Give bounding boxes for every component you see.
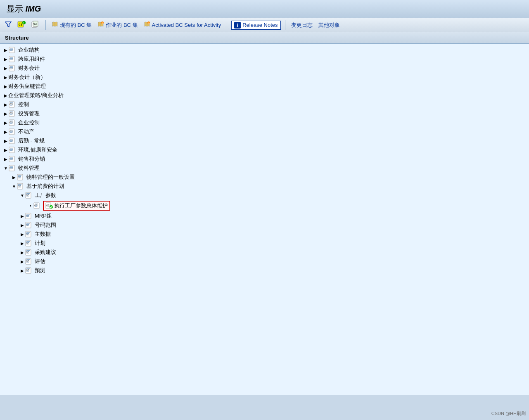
tree-dot: • xyxy=(28,203,33,209)
tree-item-15[interactable]: ▶ 63 物料管理的一般设置 xyxy=(0,173,529,182)
tree-arrow[interactable]: ▶ xyxy=(3,93,8,98)
svg-rect-45 xyxy=(10,131,13,132)
tree-arrow[interactable]: ▶ xyxy=(3,47,8,53)
tree-item-5[interactable]: ▶财务供应链管理 xyxy=(0,82,529,91)
add-bc-btn[interactable]: 63 + xyxy=(16,20,27,30)
tree-arrow[interactable]: ▶ xyxy=(3,120,8,126)
svg-rect-60 xyxy=(10,158,13,159)
svg-rect-76 xyxy=(18,187,21,187)
svg-rect-114 xyxy=(26,253,29,254)
release-notes-button[interactable]: i Release Notes xyxy=(231,21,280,30)
svg-rect-44 xyxy=(10,130,13,131)
copy-bc-btn[interactable]: 63 xyxy=(30,20,41,30)
tree-item-13[interactable]: ▶ 63 销售和分销 xyxy=(0,154,529,164)
tree-item-4[interactable]: ▶财务会计（新） xyxy=(0,73,529,82)
tree-arrow[interactable]: ▶ xyxy=(3,56,8,62)
svg-rect-84 xyxy=(35,204,38,204)
title-bar: 显示 IMG xyxy=(0,0,529,18)
bc-activated-button[interactable]: ⚙ Activated BC Sets for Activity xyxy=(142,21,223,29)
tree-item-17[interactable]: ▼ 63 工厂参数 xyxy=(0,191,529,200)
tree-item-25[interactable]: ▶ 63 预测 xyxy=(0,266,529,275)
item-label: 基于消费的计划 xyxy=(26,183,64,190)
tree-arrow[interactable]: ▶ xyxy=(3,111,8,116)
tree-arrow[interactable]: ▶ xyxy=(20,249,25,255)
bc-activated-label: Activated BC Sets for Activity xyxy=(152,22,221,28)
tree-arrow[interactable]: ▶ xyxy=(20,268,25,273)
tree-arrow[interactable]: ▶ xyxy=(20,259,25,264)
tree-item-23[interactable]: ▶ 63 采购建议 xyxy=(0,248,529,257)
tree-item-6[interactable]: ▶企业管理策略/商业分析 xyxy=(0,91,529,100)
add-bc-icon: 63 + xyxy=(17,21,26,29)
bc-working-icon: ⚙ xyxy=(97,21,104,28)
tree-item-14[interactable]: ▼ 63 物料管理 xyxy=(0,164,529,173)
tree-arrow[interactable]: ▶ xyxy=(3,138,8,144)
tree-item-10[interactable]: ▶ 63 不动产 xyxy=(0,127,529,136)
watermark: CSDN @HH刷刷 xyxy=(491,411,526,417)
svg-text:+: + xyxy=(23,21,25,25)
doc-icon: 63 xyxy=(25,230,33,238)
tree-arrow[interactable]: ▶ xyxy=(3,147,8,153)
other-objects-button[interactable]: 其他对象 xyxy=(317,21,342,30)
highlighted-label[interactable]: 63 执行工厂参数总体维护 xyxy=(43,201,110,211)
doc-icon: 63 xyxy=(8,119,17,126)
svg-rect-103 xyxy=(26,233,29,234)
svg-rect-19 xyxy=(10,57,13,58)
item-label: 财务供应链管理 xyxy=(8,83,46,90)
svg-rect-46 xyxy=(10,132,12,133)
tree-item-2[interactable]: ▶ 63 跨应用组件 xyxy=(0,55,529,64)
svg-rect-98 xyxy=(26,224,29,225)
filter-icon xyxy=(5,21,12,29)
svg-rect-94 xyxy=(26,216,29,217)
tree-item-1[interactable]: ▶ 63 企业结构 xyxy=(0,45,529,55)
tree-item-7[interactable]: ▶ 63 控制 xyxy=(0,100,529,109)
svg-rect-70 xyxy=(18,176,21,177)
item-label: 号码范围 xyxy=(35,221,56,229)
svg-rect-64 xyxy=(10,166,13,167)
svg-rect-80 xyxy=(26,195,29,195)
doc-icon: 63 xyxy=(8,55,17,63)
change-log-button[interactable]: 变更日志 xyxy=(289,21,314,30)
tree-arrow[interactable]: ▶ xyxy=(3,74,8,80)
bc-existing-button[interactable]: 现有的 BC 集 xyxy=(50,21,93,30)
svg-rect-21 xyxy=(10,59,12,60)
tree-arrow[interactable]: ▼ xyxy=(20,192,25,198)
tree-arrow[interactable]: ▶ xyxy=(3,83,8,89)
svg-rect-112 xyxy=(26,250,30,251)
svg-rect-29 xyxy=(10,102,13,103)
filter-btn[interactable] xyxy=(3,20,13,30)
item-label: 工厂参数 xyxy=(35,192,56,199)
tree-arrow[interactable]: ▶ xyxy=(20,222,25,228)
tree-item-19[interactable]: ▶ 63 MRP组 xyxy=(0,211,529,221)
svg-rect-15 xyxy=(10,49,13,50)
svg-rect-123 xyxy=(26,270,29,271)
tree-arrow[interactable]: ▶ xyxy=(20,213,25,219)
tree-item-18[interactable]: • 63 63 执行工厂参数总体维护 xyxy=(0,200,529,211)
bc-working-button[interactable]: ⚙ 作业的 BC 集 xyxy=(96,21,139,30)
svg-rect-122 xyxy=(26,268,30,269)
svg-rect-119 xyxy=(26,262,29,263)
tree-arrow[interactable]: ▶ xyxy=(3,129,8,135)
tree-item-20[interactable]: ▶ 63 号码范围 xyxy=(0,221,529,230)
tree-arrow[interactable]: ▼ xyxy=(3,165,8,171)
tree-item-8[interactable]: ▶ 63 投资管理 xyxy=(0,109,529,118)
tree-arrow[interactable]: ▶ xyxy=(12,174,17,180)
tree-item-16[interactable]: ▼ 63 基于消费的计划 xyxy=(0,182,529,191)
tree-arrow[interactable]: ▶ xyxy=(20,231,25,237)
tree-arrow[interactable]: ▶ xyxy=(3,65,8,71)
tree-arrow[interactable]: ▼ xyxy=(12,183,17,189)
tree-arrow[interactable]: ▶ xyxy=(20,240,25,246)
svg-rect-93 xyxy=(26,215,29,216)
tree-item-9[interactable]: ▶ 63 企业控制 xyxy=(0,118,529,127)
doc-icon: 63 xyxy=(8,110,17,117)
svg-rect-113 xyxy=(26,252,29,252)
tree-item-22[interactable]: ▶ 63 计划 xyxy=(0,239,529,248)
svg-rect-97 xyxy=(26,223,30,224)
tree-arrow[interactable]: ▶ xyxy=(3,102,8,107)
tree-item-24[interactable]: ▶ 63 评估 xyxy=(0,257,529,266)
tree-item-21[interactable]: ▶ 63 主数据 xyxy=(0,230,529,239)
tree-arrow[interactable]: ▶ xyxy=(3,156,8,162)
item-label: 投资管理 xyxy=(18,110,40,117)
tree-item-11[interactable]: ▶ 63 后勤 - 常规 xyxy=(0,136,529,145)
tree-item-12[interactable]: ▶ 63 环境,健康和安全 xyxy=(0,145,529,154)
tree-item-3[interactable]: ▶ 63 财务会计 xyxy=(0,64,529,73)
